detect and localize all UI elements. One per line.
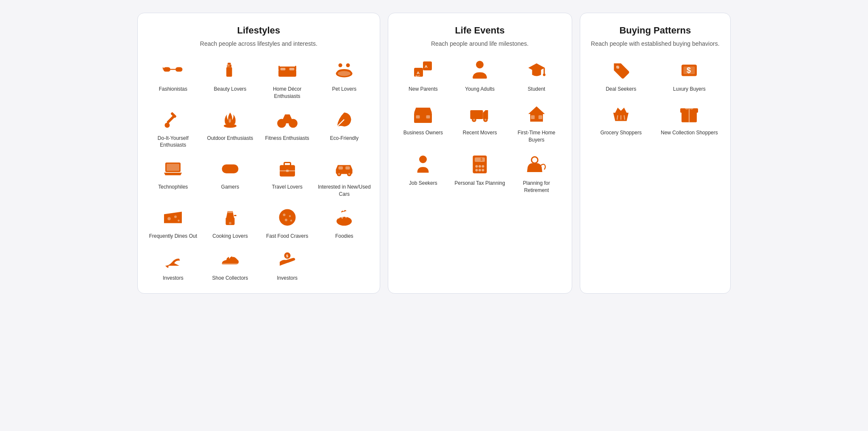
cheese-icon bbox=[161, 206, 185, 229]
list-item[interactable]: Young Adults bbox=[453, 58, 506, 93]
lifestyles-grid: Fashionistas Beauty Lovers Home Décor En… bbox=[146, 58, 371, 281]
svg-rect-72 bbox=[416, 115, 420, 119]
list-item[interactable]: Travel Lovers bbox=[260, 156, 314, 198]
main-container: Lifestyles Reach people across lifestyle… bbox=[137, 13, 731, 294]
svg-rect-1 bbox=[175, 67, 183, 72]
list-item[interactable]: Shoe Collectors bbox=[203, 247, 257, 282]
graduation-icon bbox=[525, 58, 548, 82]
list-item[interactable]: ABCA New Parents bbox=[397, 58, 450, 93]
svg-text:A: A bbox=[417, 70, 420, 75]
list-item[interactable]: First-Time Home Buyers bbox=[510, 102, 563, 144]
retirement-label: Planning for Retirement bbox=[510, 180, 563, 194]
list-item[interactable]: Do-It-Yourself Enthusiasts bbox=[146, 108, 200, 149]
list-item[interactable]: Outdoor Enthusiasts bbox=[203, 108, 257, 149]
svg-point-15 bbox=[338, 71, 351, 76]
list-item[interactable]: Beauty Lovers bbox=[203, 58, 257, 100]
list-item[interactable]: Foodies bbox=[317, 206, 371, 240]
student-label: Student bbox=[528, 86, 545, 93]
svg-point-93 bbox=[531, 157, 538, 163]
buying-patterns-panel: Buying Patterns Reach people with establ… bbox=[580, 13, 731, 294]
beauty-lovers-label: Beauty Lovers bbox=[214, 86, 247, 93]
list-item[interactable]: Technophiles bbox=[146, 156, 200, 198]
laptop-icon bbox=[161, 156, 185, 180]
list-item[interactable]: Cooking Lovers bbox=[203, 206, 257, 240]
list-item[interactable]: Home Décor Enthusiasts bbox=[260, 58, 314, 100]
lifestyles-title: Lifestyles bbox=[146, 25, 371, 36]
pet-lovers-label: Pet Lovers bbox=[332, 86, 356, 93]
list-item[interactable]: Deal Seekers bbox=[589, 58, 654, 93]
luxury-buyers-label: Luxury Buyers bbox=[673, 86, 706, 93]
fashionistas-label: Fashionistas bbox=[159, 86, 187, 93]
svg-point-42 bbox=[338, 173, 340, 175]
list-item[interactable]: $ Personal Tax Planning bbox=[453, 153, 506, 194]
store-icon bbox=[411, 102, 435, 126]
buying-patterns-grid: Deal Seekers $ Luxury Buyers Grocery Sho… bbox=[589, 58, 722, 136]
svg-rect-4 bbox=[228, 63, 231, 65]
svg-line-102 bbox=[624, 115, 625, 120]
svg-point-43 bbox=[348, 173, 351, 175]
list-item[interactable]: Fashionistas bbox=[146, 58, 200, 100]
cars-label: Interested in New/Used Cars bbox=[317, 184, 371, 198]
svg-point-92 bbox=[482, 169, 484, 172]
list-item[interactable]: Frequently Dines Out bbox=[146, 206, 200, 240]
buying-patterns-title: Buying Patterns bbox=[589, 25, 722, 36]
svg-point-52 bbox=[283, 214, 285, 216]
svg-point-87 bbox=[476, 165, 478, 168]
eco-label: Eco-Friendly bbox=[330, 135, 359, 142]
svg-point-53 bbox=[289, 215, 291, 217]
svg-rect-73 bbox=[426, 115, 430, 119]
svg-point-45 bbox=[174, 215, 177, 218]
list-item[interactable]: Interested in New/Used Cars bbox=[317, 156, 371, 198]
first-home-label: First-Time Home Buyers bbox=[510, 129, 563, 144]
list-item[interactable]: Student bbox=[510, 58, 563, 93]
tech-label: Technophiles bbox=[158, 184, 188, 191]
abc-blocks-icon: ABCA bbox=[411, 58, 435, 82]
svg-rect-80 bbox=[534, 116, 539, 122]
svg-rect-74 bbox=[470, 110, 483, 119]
svg-point-78 bbox=[484, 119, 487, 121]
luxury-dollar-icon: $ bbox=[677, 58, 701, 82]
list-item[interactable]: $ Luxury Buyers bbox=[657, 58, 722, 93]
svg-point-90 bbox=[476, 169, 478, 172]
svg-point-54 bbox=[285, 219, 287, 221]
young-adults-label: Young Adults bbox=[465, 86, 495, 93]
list-item[interactable]: Investors bbox=[146, 247, 200, 282]
list-item[interactable]: Planning for Retirement bbox=[510, 153, 563, 194]
list-item[interactable]: Eco-Friendly bbox=[317, 108, 371, 149]
list-item[interactable]: Fitness Enthusiasts bbox=[260, 108, 314, 149]
svg-rect-68 bbox=[543, 68, 545, 74]
life-events-panel: Life Events Reach people around life mil… bbox=[388, 13, 572, 294]
svg-text:$: $ bbox=[481, 157, 483, 161]
list-item[interactable]: Grocery Shoppers bbox=[589, 102, 654, 136]
list-item[interactable]: $ Investors bbox=[260, 247, 314, 282]
list-item[interactable]: Recent Movers bbox=[453, 102, 506, 144]
list-item[interactable]: Gamers bbox=[203, 156, 257, 198]
recent-movers-label: Recent Movers bbox=[463, 129, 497, 136]
list-item[interactable]: Pet Lovers bbox=[317, 58, 371, 100]
sunglasses-icon bbox=[161, 58, 185, 82]
svg-rect-82 bbox=[538, 115, 542, 119]
list-item[interactable]: Business Owners bbox=[397, 102, 450, 144]
lifestyles-panel: Lifestyles Reach people across lifestyle… bbox=[137, 13, 380, 294]
list-item[interactable]: Fast Food Cravers bbox=[260, 206, 314, 240]
calculator-icon: $ bbox=[468, 153, 492, 176]
basket-icon bbox=[609, 102, 633, 126]
new-collection-label: New Collection Shoppers bbox=[661, 129, 718, 136]
leaf-icon bbox=[332, 108, 356, 131]
investors1-label: Investors bbox=[163, 275, 184, 282]
campfire-icon bbox=[218, 108, 242, 131]
foodies-label: Foodies bbox=[335, 233, 353, 240]
svg-rect-26 bbox=[167, 164, 179, 171]
list-item[interactable]: Job Seekers bbox=[397, 153, 450, 194]
shoe-collectors-label: Shoe Collectors bbox=[212, 275, 248, 282]
svg-rect-38 bbox=[339, 167, 343, 170]
tools-icon bbox=[161, 108, 185, 131]
svg-rect-71 bbox=[420, 117, 426, 123]
noodles-icon bbox=[332, 206, 356, 229]
svg-rect-29 bbox=[224, 169, 228, 170]
life-events-grid: ABCA New Parents Young Adults Student bbox=[397, 58, 563, 194]
svg-line-3 bbox=[163, 67, 164, 70]
bicycle-icon bbox=[275, 108, 299, 131]
svg-point-83 bbox=[419, 156, 427, 163]
list-item[interactable]: New Collection Shoppers bbox=[657, 102, 722, 136]
